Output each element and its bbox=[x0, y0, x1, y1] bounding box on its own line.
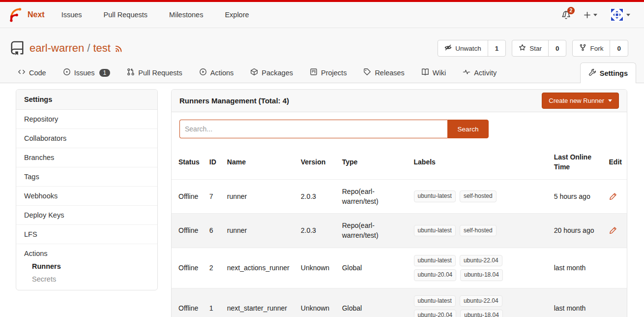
create-menu-button[interactable] bbox=[584, 11, 597, 19]
tab-code[interactable]: Code bbox=[15, 63, 49, 83]
forgejo-logo-icon[interactable] bbox=[8, 7, 24, 23]
rss-icon[interactable] bbox=[111, 44, 123, 53]
label-pill: self-hosted bbox=[460, 190, 497, 202]
pull-request-icon bbox=[127, 68, 135, 77]
sidebar-item-actions[interactable]: Actions bbox=[24, 250, 149, 257]
tab-wiki[interactable]: Wiki bbox=[418, 63, 449, 83]
tab-packages[interactable]: Packages bbox=[247, 63, 296, 83]
label-pill: ubuntu-latest bbox=[414, 225, 456, 236]
search-bar: Search bbox=[172, 112, 627, 145]
sidebar-item-repository[interactable]: Repository bbox=[16, 110, 157, 129]
runner-id: 6 bbox=[205, 214, 222, 248]
pencil-icon bbox=[609, 226, 622, 234]
label-pill: ubuntu-latest bbox=[414, 255, 456, 266]
sidebar-item-lfs[interactable]: LFS bbox=[16, 225, 157, 244]
runner-type: Repo(earl-warren/test) bbox=[337, 179, 409, 214]
label-pill: ubuntu-18.04 bbox=[460, 269, 503, 281]
runner-version: Unknown bbox=[296, 248, 337, 288]
sidebar-item-runners[interactable]: Runners bbox=[24, 257, 149, 270]
runner-name: runner bbox=[222, 214, 296, 248]
tab-issues[interactable]: Issues1 bbox=[60, 63, 114, 83]
nav-link-issues[interactable]: Issues bbox=[61, 11, 82, 19]
user-menu-button[interactable] bbox=[610, 8, 630, 22]
tab-pull-requests[interactable]: Pull Requests bbox=[124, 63, 185, 83]
sidebar-item-deploy-keys[interactable]: Deploy Keys bbox=[16, 206, 157, 225]
star-count[interactable]: 0 bbox=[548, 40, 566, 56]
label-pill: ubuntu-22.04 bbox=[460, 255, 502, 266]
notifications-button[interactable]: 2 bbox=[561, 10, 571, 20]
runner-id: 2 bbox=[205, 248, 222, 288]
tab-activity[interactable]: Activity bbox=[460, 63, 499, 83]
code-icon bbox=[18, 68, 26, 77]
repo-name-link[interactable]: test bbox=[93, 42, 110, 55]
runner-last-online: last month bbox=[549, 248, 604, 288]
caret-down-icon bbox=[626, 14, 630, 16]
sidebar-item-tags[interactable]: Tags bbox=[16, 167, 157, 187]
runner-row-1: Offline1next_starter_runnerUnknownGlobal… bbox=[172, 288, 627, 317]
sidebar-item-branches[interactable]: Branches bbox=[16, 148, 157, 167]
runner-status: Offline bbox=[172, 288, 205, 317]
unwatch-button[interactable]: Unwatch bbox=[438, 40, 488, 56]
tab-actions[interactable]: Actions bbox=[196, 63, 237, 83]
star-button[interactable]: Star bbox=[512, 40, 548, 56]
pencil-icon bbox=[609, 192, 622, 200]
eye-slash-icon bbox=[444, 44, 452, 53]
navbar-left: Next IssuesPull RequestsMilestonesExplor… bbox=[8, 7, 249, 23]
brand-label[interactable]: Next bbox=[28, 10, 45, 19]
repo-header: earl-warren / test Unwatch1Star0Fork0 Co… bbox=[0, 28, 644, 83]
nav-link-pull-requests[interactable]: Pull Requests bbox=[104, 11, 147, 19]
runner-labels: ubuntu-latestself-hosted bbox=[409, 214, 549, 248]
runner-id: 7 bbox=[205, 179, 222, 214]
runner-version: Unknown bbox=[296, 288, 337, 317]
runner-version: 2.0.3 bbox=[296, 214, 337, 248]
repo-owner-link[interactable]: earl-warren bbox=[29, 42, 84, 55]
create-runner-button[interactable]: Create new Runner bbox=[542, 93, 619, 109]
sidebar-item-secrets[interactable]: Secrets bbox=[24, 270, 149, 283]
label-pill: ubuntu-20.04 bbox=[414, 310, 457, 317]
runner-last-online: last month bbox=[549, 288, 604, 317]
fork-icon bbox=[579, 44, 586, 53]
sidebar-item-webhooks[interactable]: Webhooks bbox=[16, 187, 157, 206]
top-navbar: Next IssuesPull RequestsMilestonesExplor… bbox=[0, 0, 644, 28]
runners-panel: Runners Management (Total: 4) Create new… bbox=[171, 89, 627, 317]
search-input[interactable] bbox=[179, 120, 447, 138]
settings-sidebar: SettingsRepositoryCollaboratorsBranchesT… bbox=[16, 89, 158, 290]
label-pill: ubuntu-20.04 bbox=[414, 269, 457, 281]
star-icon bbox=[519, 44, 526, 53]
runner-type: Global bbox=[337, 288, 409, 317]
repo-title-row: earl-warren / test Unwatch1Star0Fork0 bbox=[0, 28, 644, 62]
fork-button[interactable]: Fork bbox=[573, 40, 610, 56]
column-header-type: Type bbox=[337, 145, 409, 179]
repo-icon bbox=[10, 41, 29, 56]
tab-badge: 1 bbox=[99, 69, 111, 77]
tag-icon bbox=[363, 68, 371, 77]
notification-badge: 2 bbox=[567, 7, 575, 14]
avatar-identicon bbox=[610, 8, 624, 22]
column-header-last-online-time: Last Online Time bbox=[549, 145, 604, 179]
panel-title: Runners Management (Total: 4) bbox=[179, 96, 289, 105]
edit-runner-button[interactable] bbox=[609, 192, 622, 200]
column-header-labels: Labels bbox=[409, 145, 549, 179]
sidebar-title: Settings bbox=[16, 90, 157, 110]
runner-version: 2.0.3 bbox=[296, 179, 337, 214]
runner-status: Offline bbox=[172, 248, 205, 288]
edit-runner-button[interactable] bbox=[609, 226, 622, 234]
runner-type: Repo(earl-warren/test) bbox=[337, 214, 409, 248]
sidebar-item-collaborators[interactable]: Collaborators bbox=[16, 129, 157, 148]
runner-labels: ubuntu-latestself-hosted bbox=[409, 179, 549, 214]
runner-status: Offline bbox=[172, 179, 205, 214]
label-pill: ubuntu-latest bbox=[414, 295, 456, 307]
book-icon bbox=[421, 68, 429, 77]
runners-table: StatusIDNameVersionTypeLabelsLast Online… bbox=[172, 145, 627, 317]
fork-button-group: Fork0 bbox=[572, 40, 628, 57]
label-pill: self-hosted bbox=[460, 225, 497, 236]
unwatch-count[interactable]: 1 bbox=[488, 40, 506, 56]
issue-icon bbox=[63, 68, 71, 77]
fork-count[interactable]: 0 bbox=[610, 40, 628, 56]
tab-projects[interactable]: Projects bbox=[307, 63, 350, 83]
tab-releases[interactable]: Releases bbox=[360, 63, 407, 83]
nav-link-explore[interactable]: Explore bbox=[225, 11, 249, 19]
nav-link-milestones[interactable]: Milestones bbox=[169, 11, 203, 19]
search-button[interactable]: Search bbox=[447, 120, 489, 138]
tab-settings[interactable]: Settings bbox=[580, 63, 636, 83]
